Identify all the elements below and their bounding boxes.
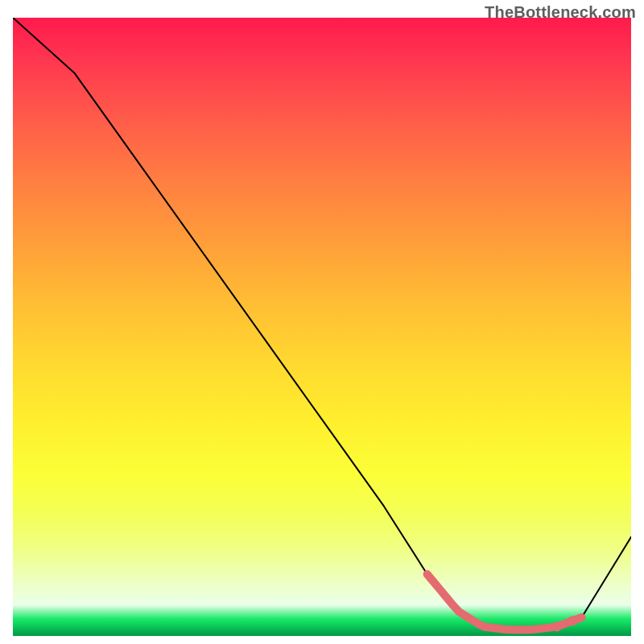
optimal-range-marker	[427, 574, 582, 630]
chart-container: TheBottleneck.com	[0, 0, 644, 644]
marker-dot	[552, 622, 562, 632]
bottleneck-curve-line	[13, 18, 631, 630]
plot-area	[13, 18, 631, 636]
marker-dot	[568, 616, 577, 625]
curve-svg	[13, 18, 631, 636]
